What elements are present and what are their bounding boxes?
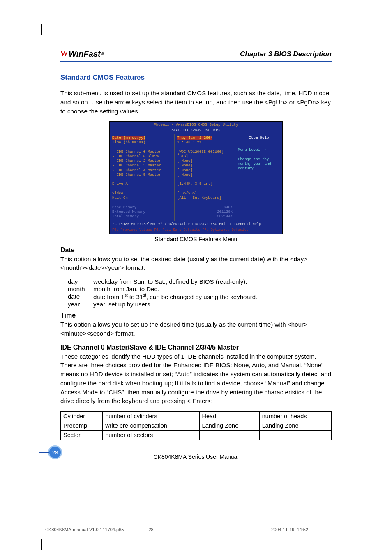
heading-date: Date bbox=[60, 246, 332, 254]
bios-tot-v: 262144K bbox=[177, 214, 233, 219]
date-body: This option allows you to set the desire… bbox=[60, 255, 332, 273]
bios-ide4m: ▸ IDE Channel 4 Master bbox=[112, 168, 172, 173]
manual-title: CK804K8MA Series User Manual bbox=[154, 454, 239, 460]
crop-mark bbox=[367, 539, 378, 539]
bios-bottom-bar-2: F5: Previous Values F6: Fail-Safe Defaul… bbox=[110, 228, 282, 234]
def-month-key: month bbox=[68, 286, 93, 292]
bios-halt-v: [All , But Keyboard] bbox=[177, 196, 233, 200]
cell: Precomp bbox=[61, 421, 103, 431]
table-row: Sector number of sectors bbox=[61, 431, 332, 440]
page-number-badge: 28 bbox=[48, 445, 62, 459]
bios-help-text: Change the day, month, year and century bbox=[238, 157, 280, 171]
crop-mark bbox=[367, 24, 367, 35]
crop-mark bbox=[30, 539, 41, 539]
logo-reg: ® bbox=[101, 52, 104, 56]
bios-bottom-2: F5: Previous Values F6: Fail-Safe Defaul… bbox=[112, 228, 249, 233]
def-day-val: weekday from Sun. to Sat., defined by BI… bbox=[93, 278, 332, 285]
heading-time: Time bbox=[60, 312, 332, 319]
chapter-title: Chapter 3 BIOS Description bbox=[240, 50, 332, 58]
bios-screenshot: Phoenix - AwardBIOS CMOS Setup Utility S… bbox=[109, 121, 283, 234]
cell: number of sectors bbox=[103, 431, 199, 440]
crop-mark bbox=[41, 24, 42, 35]
bios-ide0s-v: [D16] bbox=[177, 154, 233, 159]
bios-time-value: 1 : 48 : 21 bbox=[177, 140, 233, 145]
bios-bottom-bar: ↑↓↔:Move Enter:Select +/-/PU/PD:Value F1… bbox=[110, 221, 282, 228]
cell bbox=[199, 431, 259, 440]
print-file: CK804K8MA-manual-V1.0-111704.p65 bbox=[45, 527, 124, 532]
cell: number of heads bbox=[259, 412, 331, 421]
heading-ide: IDE Channel 0 Master/Slave & IDE Channel… bbox=[60, 344, 332, 351]
bios-ide5m: ▸ IDE Channel 5 Master bbox=[112, 173, 172, 177]
bios-caption: Standard CMOS Features Menu bbox=[60, 236, 332, 242]
cell: write pre-compensation bbox=[103, 421, 199, 431]
bios-drive-a: Drive A bbox=[112, 182, 172, 187]
def-date-key: date bbox=[68, 293, 93, 300]
bios-subtitle: Standard CMOS Features bbox=[110, 128, 282, 134]
ide-body: These categories identify the HDD types … bbox=[60, 352, 332, 406]
bios-help-title: Item Help bbox=[238, 136, 280, 140]
bios-ide2m: ▸ IDE Channel 2 Master bbox=[112, 159, 172, 164]
def-year-val: year, set up by users. bbox=[93, 301, 332, 308]
bios-ide2m-v: [ None] bbox=[177, 159, 233, 164]
date-definition-list: day weekday from Sun. to Sat., defined b… bbox=[68, 278, 332, 308]
crop-mark bbox=[367, 539, 367, 550]
time-body: This option allows you to set up the des… bbox=[60, 320, 332, 338]
bios-halt: Halt On bbox=[112, 196, 172, 200]
cell: number of cylinders bbox=[103, 412, 199, 421]
bios-ide4m-v: [ None] bbox=[177, 168, 233, 173]
bios-ext-v: 261120K bbox=[177, 210, 233, 214]
section-intro: This sub-menu is used to set up the stan… bbox=[60, 89, 332, 115]
bios-date-label: Date (mm:dd:yy) bbox=[112, 136, 145, 140]
bios-video: Video bbox=[112, 191, 172, 196]
bios-ide0m-v: [WDC WD1200BB-00GU60] bbox=[177, 150, 233, 154]
section-title-standard-cmos: Standard CMOS Features bbox=[60, 74, 145, 83]
def-date-val: date from 1st to 31st, can be changed by… bbox=[93, 293, 332, 300]
def-year-key: year bbox=[68, 301, 93, 308]
print-timestamp: 2004-11-19, 14:52 bbox=[271, 527, 308, 532]
bios-ide0m: ▸ IDE Channel 0 Master bbox=[112, 150, 172, 154]
cell: Sector bbox=[61, 431, 103, 440]
bios-base-v: 640K bbox=[177, 205, 233, 210]
bios-ide3m: ▸ IDE Channel 3 Master bbox=[112, 164, 172, 168]
bios-drive-a-v: [1.44M, 3.5 in.] bbox=[177, 182, 233, 187]
table-row: Cylinder number of cylinders Head number… bbox=[61, 412, 332, 421]
crop-mark bbox=[41, 539, 42, 550]
bios-title: Phoenix - AwardBIOS CMOS Setup Utility bbox=[110, 122, 282, 128]
bios-ide3m-v: [ None] bbox=[177, 164, 233, 168]
print-footer: CK804K8MA-manual-V1.0-111704.p65 28 2004… bbox=[45, 527, 357, 532]
page-footer: 28 CK804K8MA Series User Manual bbox=[60, 451, 332, 460]
crop-mark bbox=[367, 24, 378, 24]
bios-ide5m-v: [ None] bbox=[177, 173, 233, 177]
page-content: W WinFast ® Chapter 3 BIOS Description S… bbox=[60, 49, 332, 460]
drive-params-table: Cylinder number of cylinders Head number… bbox=[60, 411, 332, 440]
bios-ext-mem: Extended Memory bbox=[112, 210, 172, 214]
cell: Landing Zone bbox=[199, 421, 259, 431]
cell: Landing Zone bbox=[259, 421, 331, 431]
table-row: Precomp write pre-compensation Landing Z… bbox=[61, 421, 332, 431]
cell: Cylinder bbox=[61, 412, 103, 421]
bios-total-mem: Total Memory bbox=[112, 214, 172, 219]
bios-bottom-1: ↑↓↔:Move Enter:Select +/-/PU/PD:Value F1… bbox=[112, 222, 261, 227]
page-header: W WinFast ® Chapter 3 BIOS Description bbox=[60, 49, 332, 62]
crop-mark bbox=[30, 35, 41, 35]
cell: Head bbox=[199, 412, 259, 421]
bios-time-label: Time (hh:mm:ss) bbox=[112, 140, 172, 145]
def-month-val: month from Jan. to Dec. bbox=[93, 286, 332, 292]
logo-text: WinFast bbox=[69, 49, 101, 59]
bios-date-value: Thu, Jan 1 2004 bbox=[177, 136, 212, 140]
def-day-key: day bbox=[68, 278, 93, 285]
logo-mark: W bbox=[60, 50, 68, 58]
cell bbox=[259, 431, 331, 440]
print-page: 28 bbox=[148, 527, 153, 532]
bios-menu-level: Menu Level ▸ bbox=[238, 148, 280, 152]
bios-video-v: [EGA/VGA] bbox=[177, 191, 233, 196]
bios-base-mem: Base Memory bbox=[112, 205, 172, 210]
logo: W WinFast ® bbox=[60, 49, 104, 59]
bios-ide0s: ▸ IDE Channel 0 Slave bbox=[112, 154, 172, 159]
